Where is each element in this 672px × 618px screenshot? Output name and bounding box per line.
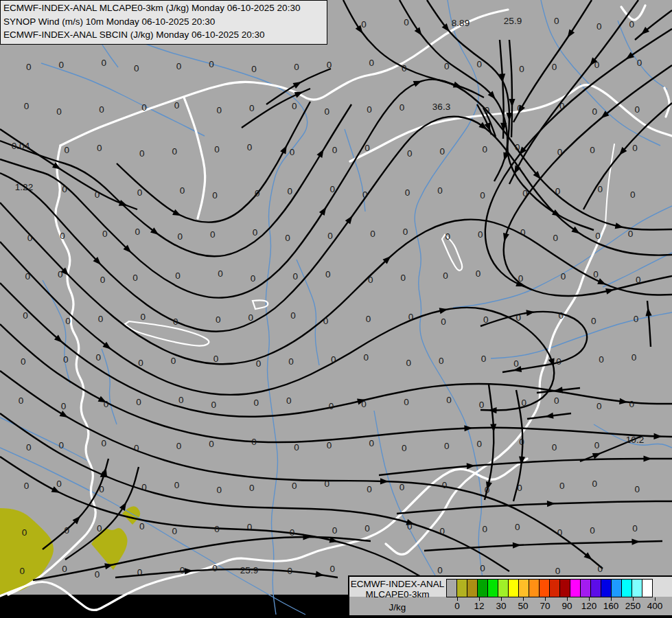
zero-station-label: 0 (293, 271, 299, 282)
zero-station-label: 0 (482, 524, 487, 534)
zero-station-label: 0 (290, 147, 295, 157)
zero-station-label: 0 (137, 567, 143, 577)
zero-station-label: 0 (97, 143, 102, 153)
zero-station-label: 0 (292, 481, 297, 491)
zero-station-label: 0 (408, 312, 414, 322)
zero-station-label: 0 (171, 356, 176, 366)
zero-station-label: 0 (210, 229, 216, 240)
zero-station-label: 0 (559, 481, 565, 491)
zero-station-label: 0 (139, 521, 145, 531)
zero-station-label: 0 (24, 481, 30, 491)
zero-station-label: 0 (522, 398, 527, 408)
title-line-mlcape: ECMWF-INDEX-ANAL MLCAPE0-3km (J/kg) Mond… (3, 1, 324, 15)
zero-station-label: 0 (135, 227, 141, 237)
zero-station-label: 0 (594, 440, 600, 450)
zero-station-label: 0 (367, 484, 372, 494)
zero-station-label: 0 (637, 58, 642, 68)
zero-station-label: 0 (632, 143, 638, 153)
zero-station-label: 0 (554, 16, 559, 26)
zero-station-label: 0 (369, 438, 375, 448)
zero-station-label: 0 (61, 401, 67, 411)
zero-station-label: 0 (23, 310, 28, 321)
zero-station-label: 0 (175, 271, 181, 281)
map-title-block: ECMWF-INDEX-ANAL MLCAPE0-3km (J/kg) Mond… (0, 0, 327, 45)
zero-station-label: 0 (325, 269, 331, 279)
zero-station-label: 0 (554, 396, 559, 406)
zero-station-label: 0 (592, 479, 598, 489)
zero-station-label: 0 (407, 521, 413, 531)
zero-station-label: 0 (367, 104, 372, 115)
colorbar-legend: ECMWF-INDEX-ANAL MLCAPE0-3km J/kg 012305… (348, 575, 672, 617)
zero-station-label: 0 (513, 358, 519, 369)
zero-station-label: 0 (331, 354, 336, 365)
zero-station-label: 0 (404, 397, 409, 407)
colorbar-swatch (580, 579, 591, 597)
zero-station-label: 0 (212, 563, 218, 573)
zero-station-label: 0 (480, 563, 485, 573)
zero-station-label: 0 (248, 312, 253, 323)
colorbar-swatch (539, 579, 550, 597)
zero-station-label: 0 (629, 399, 634, 409)
colorbar-swatch (529, 579, 540, 597)
zero-station-label: 0 (180, 185, 185, 196)
colorbar-swatch (549, 579, 560, 597)
zero-station-label: 0 (137, 187, 143, 198)
zero-station-label: 0 (485, 485, 490, 495)
zero-station-label: 0 (598, 564, 603, 574)
colorbar-swatch (446, 579, 457, 597)
zero-station-label: 0 (595, 231, 601, 241)
zero-station-label: 0 (478, 229, 483, 240)
zero-station-label: 0 (476, 439, 482, 449)
tick-label: 400 (641, 601, 669, 611)
zero-station-label: 0 (290, 310, 296, 321)
zero-station-label: 0 (101, 438, 106, 448)
zero-station-label: 0 (97, 523, 102, 534)
zero-station-label: 0 (209, 439, 214, 449)
zero-station-label: 0 (364, 143, 370, 153)
zero-station-label: 0 (25, 271, 30, 282)
zero-station-label: 0 (27, 233, 33, 243)
zero-station-label: 0 (65, 316, 71, 326)
zero-station-label: 0 (211, 400, 217, 410)
zero-station-label: 0 (628, 229, 634, 239)
zero-station-label: 0 (596, 21, 602, 32)
colorbar-swatch (498, 579, 509, 597)
zero-station-label: 0 (134, 63, 139, 73)
zero-station-label: 0 (102, 229, 108, 239)
zero-station-label: 0 (286, 396, 292, 406)
zero-station-label: 0 (327, 440, 332, 450)
zero-station-label: 0 (173, 317, 178, 327)
station-value-label: 8.89 (452, 18, 470, 28)
zero-station-label: 0 (217, 485, 222, 495)
colorbar-swatch (467, 579, 478, 597)
zero-station-label: 0 (139, 148, 145, 159)
zero-station-label: 0 (329, 184, 335, 194)
zero-station-label: 0 (591, 316, 596, 326)
zero-station-label: 0 (251, 64, 257, 74)
zero-station-label: 0 (483, 314, 489, 325)
zero-station-label: 0 (400, 273, 406, 283)
zero-station-label: 0 (216, 314, 221, 325)
zero-station-label: 0 (214, 144, 220, 154)
zero-station-label: 0 (634, 104, 640, 115)
zero-station-label: 0 (332, 145, 338, 155)
zero-station-label: 0 (255, 188, 260, 198)
zero-station-label: 0 (217, 105, 222, 115)
zero-station-label: 0 (404, 17, 409, 27)
zero-station-label: 0 (172, 146, 177, 157)
zero-station-label: 0 (327, 231, 333, 241)
zero-station-label: 0 (285, 233, 290, 243)
zero-station-label: 0 (519, 64, 524, 74)
zero-station-label: 0 (407, 148, 413, 159)
zero-station-label: 0 (598, 184, 603, 194)
zero-station-label: 0 (558, 310, 564, 321)
zero-station-label: 0 (559, 101, 565, 111)
zero-station-label: 0 (476, 59, 482, 69)
zero-station-label: 0 (517, 103, 522, 113)
zero-station-label: 0 (561, 271, 566, 282)
zero-station-label: 0 (399, 482, 405, 492)
zero-station-label: 0 (214, 524, 220, 534)
zero-station-label: 0 (515, 142, 520, 152)
zero-station-label: 0 (247, 522, 253, 532)
zero-station-label: 0 (26, 442, 32, 453)
